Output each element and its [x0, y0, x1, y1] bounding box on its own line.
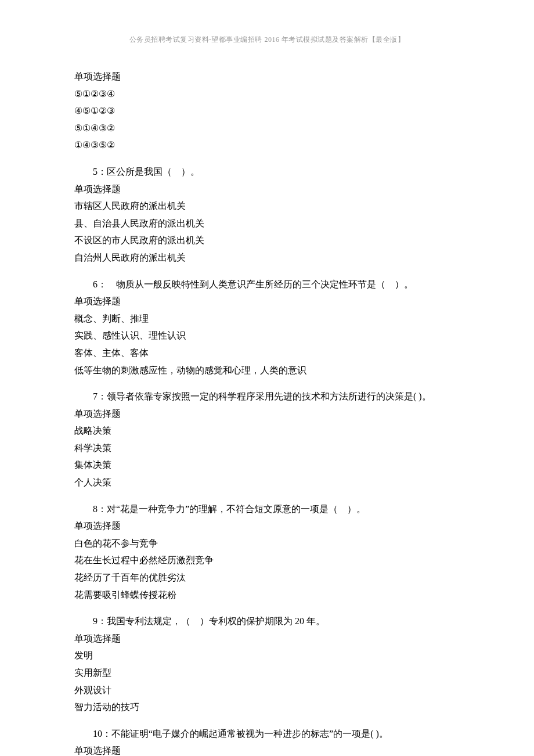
text-line: 实用新型	[74, 664, 460, 682]
text-line: 5：区公所是我国（ ）。	[74, 163, 460, 181]
question-block: 6： 物质从一般反映特性到人类意识产生所经历的三个决定性环节是（ ）。单项选择题…	[74, 276, 460, 379]
document-body: 单项选择题⑤①②③④④⑤①②③⑤①④③②①④③⑤②5：区公所是我国（ ）。单项选…	[74, 68, 460, 756]
text-line: 发明	[74, 647, 460, 664]
text-line: 10：不能证明“电子媒介的崛起通常被视为一种进步的标志”的一项是( )。	[74, 725, 460, 743]
text-line: ⑤①④③②	[74, 120, 460, 137]
text-line: 花经历了千百年的优胜劣汰	[74, 569, 460, 586]
text-line: 单项选择题	[74, 405, 460, 423]
text-line: 单项选择题	[74, 742, 460, 756]
page-header: 公务员招聘考试复习资料-望都事业编招聘 2016 年考试模拟试题及答案解析【最全…	[74, 35, 460, 45]
question-block: 5：区公所是我国（ ）。单项选择题市辖区人民政府的派出机关县、自治县人民政府的派…	[74, 163, 460, 267]
text-line: 智力活动的技巧	[74, 699, 460, 716]
text-line: 白色的花不参与竞争	[74, 535, 460, 552]
text-line: 8：对“花是一种竞争力”的理解，不符合短文原意的一项是（ ）。	[74, 501, 460, 518]
text-line: 单项选择题	[74, 68, 460, 85]
text-line: 单项选择题	[74, 630, 460, 647]
text-line: 自治州人民政府的派出机关	[74, 249, 460, 267]
text-line: 单项选择题	[74, 293, 460, 310]
text-line: 不设区的市人民政府的派出机关	[74, 232, 460, 249]
text-line: 9：我国专利法规定，（ ）专利权的保护期限为 20 年。	[74, 613, 460, 630]
question-block: 9：我国专利法规定，（ ）专利权的保护期限为 20 年。单项选择题发明实用新型外…	[74, 613, 460, 716]
text-line: 6： 物质从一般反映特性到人类意识产生所经历的三个决定性环节是（ ）。	[74, 276, 460, 293]
question-block: 10：不能证明“电子媒介的崛起通常被视为一种进步的标志”的一项是( )。单项选择…	[74, 725, 460, 756]
text-line: 7：领导者依靠专家按照一定的科学程序采用先进的技术和方法所进行的决策是( )。	[74, 388, 460, 405]
text-line: 单项选择题	[74, 181, 460, 198]
text-line: ⑤①②③④	[74, 85, 460, 103]
text-line: 花需要吸引蜂蝶传授花粉	[74, 586, 460, 604]
text-line: 科学决策	[74, 440, 460, 457]
text-line: 战略决策	[74, 422, 460, 440]
text-line: 实践、感性认识、理性认识	[74, 327, 460, 344]
question-block: 7：领导者依靠专家按照一定的科学程序采用先进的技术和方法所进行的决策是( )。单…	[74, 388, 460, 491]
question-block: 8：对“花是一种竞争力”的理解，不符合短文原意的一项是（ ）。单项选择题白色的花…	[74, 501, 460, 604]
text-line: 个人决策	[74, 474, 460, 491]
text-line: 花在生长过程中必然经历激烈竞争	[74, 552, 460, 569]
text-line: 低等生物的刺激感应性，动物的感觉和心理，人类的意识	[74, 362, 460, 379]
text-line: 概念、判断、推理	[74, 310, 460, 327]
text-line: 单项选择题	[74, 517, 460, 535]
text-line: 县、自治县人民政府的派出机关	[74, 215, 460, 232]
text-line: 集体决策	[74, 456, 460, 474]
text-line: ①④③⑤②	[74, 136, 460, 154]
text-line: 客体、主体、客体	[74, 344, 460, 362]
document-page: 公务员招聘考试复习资料-望都事业编招聘 2016 年考试模拟试题及答案解析【最全…	[0, 0, 534, 756]
text-line: 外观设计	[74, 682, 460, 699]
question-block: 单项选择题⑤①②③④④⑤①②③⑤①④③②①④③⑤②	[74, 68, 460, 154]
text-line: ④⑤①②③	[74, 102, 460, 120]
text-line: 市辖区人民政府的派出机关	[74, 197, 460, 215]
